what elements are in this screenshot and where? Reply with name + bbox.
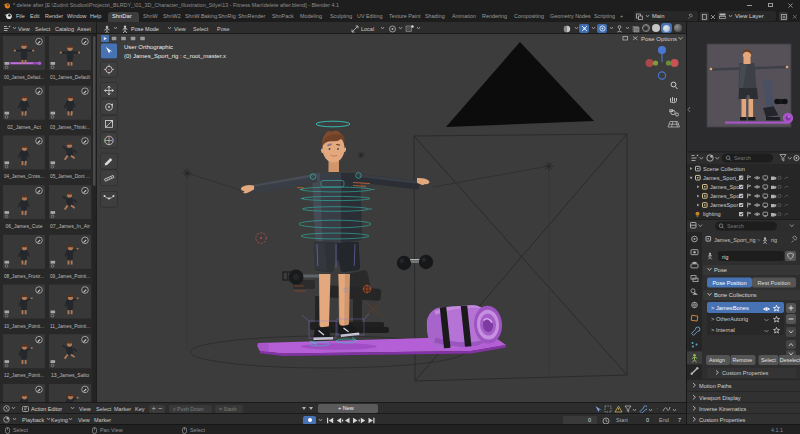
- svg-text:rig: rig: [771, 237, 777, 243]
- svg-text:04_James_Cross...: 04_James_Cross...: [4, 173, 44, 179]
- svg-text:JamesSpor: JamesSpor: [710, 202, 738, 208]
- svg-text:09_James_Pointi...: 09_James_Pointi...: [50, 273, 90, 279]
- svg-text:Search: Search: [727, 223, 744, 229]
- svg-text:Pose Options: Pose Options: [641, 36, 677, 42]
- svg-text:Rest Position: Rest Position: [758, 280, 791, 286]
- svg-text:Select: Select: [761, 357, 776, 363]
- svg-text:> JamesBones: > JamesBones: [711, 305, 749, 311]
- svg-text:Search: Search: [734, 155, 751, 161]
- svg-text:User Orthographic: User Orthographic: [124, 44, 173, 50]
- svg-text:07_James_In_Air: 07_James_In_Air: [50, 223, 90, 229]
- svg-text:Remove: Remove: [733, 357, 753, 363]
- svg-text:lighting: lighting: [703, 211, 721, 217]
- svg-text:> Internal: > Internal: [711, 327, 735, 333]
- svg-text:(0) James_Sport_rig : c_root_m: (0) James_Sport_rig : c_root_master.x: [124, 53, 226, 59]
- svg-text:> OtherAutorig: > OtherAutorig: [711, 316, 748, 322]
- svg-text:rig: rig: [722, 254, 728, 260]
- svg-text:Pose Position: Pose Position: [712, 280, 746, 286]
- svg-text:>: >: [757, 237, 760, 243]
- svg-text:12_James_Pointi...: 12_James_Pointi...: [4, 372, 44, 378]
- svg-text:02_James_Act: 02_James_Act: [7, 124, 41, 130]
- svg-text:11_James_Pointi...: 11_James_Pointi...: [50, 323, 90, 329]
- svg-text:03_James_Thinki...: 03_James_Thinki...: [50, 124, 90, 130]
- svg-text:James_Spo: James_Spo: [710, 184, 740, 190]
- svg-text:James_Sport_rig: James_Sport_rig: [714, 237, 756, 243]
- svg-text:13_James_Salto: 13_James_Salto: [51, 372, 89, 378]
- svg-text:Custom Properties: Custom Properties: [722, 370, 769, 376]
- svg-text:Motion Paths: Motion Paths: [699, 383, 732, 389]
- svg-text:00_James_Defaul...: 00_James_Defaul...: [4, 74, 44, 80]
- svg-text:Custom Properties: Custom Properties: [699, 417, 746, 423]
- svg-text:06_James_Cute: 06_James_Cute: [5, 223, 42, 229]
- svg-text:Deselect: Deselect: [780, 357, 800, 363]
- svg-text:Bone Collections: Bone Collections: [714, 292, 757, 298]
- svg-text:05_James_Dont ...: 05_James_Dont ...: [50, 173, 90, 179]
- svg-text:Scene Collection: Scene Collection: [703, 166, 745, 172]
- svg-text:10_James_Pointi...: 10_James_Pointi...: [4, 323, 44, 329]
- svg-text:01_James_Default: 01_James_Default: [50, 74, 91, 80]
- svg-text:Inverse Kinematics: Inverse Kinematics: [699, 406, 746, 412]
- svg-text:James_Spo: James_Spo: [710, 193, 740, 199]
- svg-text:08_James_Frustr...: 08_James_Frustr...: [4, 273, 44, 279]
- svg-text:Pose: Pose: [714, 267, 727, 273]
- svg-text:Assign: Assign: [709, 357, 725, 363]
- svg-text:James_Sport_k: James_Sport_k: [703, 175, 742, 181]
- svg-text:Viewport Display: Viewport Display: [699, 395, 741, 401]
